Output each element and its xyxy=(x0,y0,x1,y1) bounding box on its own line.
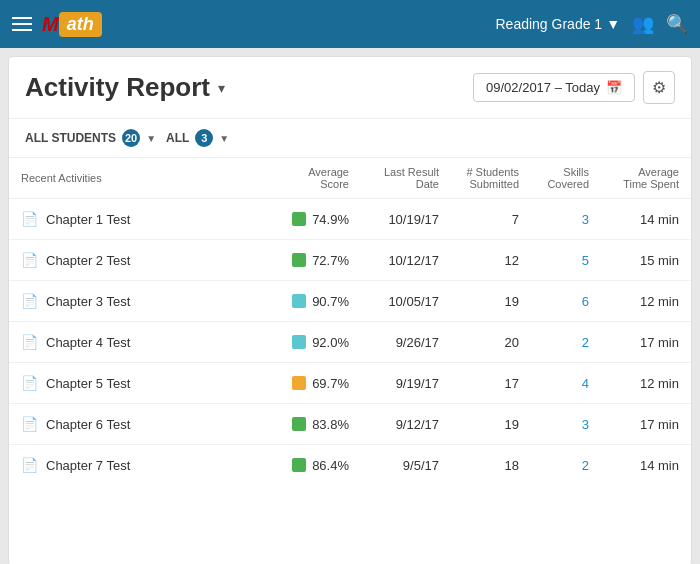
filter-bar: ALL STUDENTS 20 ▼ ALL 3 ▼ xyxy=(9,119,691,158)
date-cell: 9/26/17 xyxy=(361,322,451,363)
score-bar xyxy=(292,294,306,308)
calendar-icon: 📅 xyxy=(606,80,622,95)
skills-cell: 3 xyxy=(531,404,601,445)
skills-cell: 4 xyxy=(531,363,601,404)
activity-name-cell: 📄Chapter 7 Test xyxy=(9,445,280,486)
activity-name-text: Chapter 2 Test xyxy=(46,253,130,268)
activity-name-text: Chapter 5 Test xyxy=(46,376,130,391)
score-value: 69.7% xyxy=(312,376,349,391)
score-bar xyxy=(292,212,306,226)
time-cell: 12 min xyxy=(601,363,691,404)
activity-name-cell: 📄Chapter 3 Test xyxy=(9,281,280,322)
all-filter-button[interactable]: ALL 3 ▼ xyxy=(166,129,229,147)
doc-icon: 📄 xyxy=(21,293,38,309)
date-range-text: 09/02/2017 – Today xyxy=(486,80,600,95)
table-row: 📄Chapter 7 Test86.4%9/5/1718214 min xyxy=(9,445,691,486)
score-value: 90.7% xyxy=(312,294,349,309)
skills-link[interactable]: 5 xyxy=(582,253,589,268)
score-cell: 92.0% xyxy=(280,322,361,363)
students-cell: 17 xyxy=(451,363,531,404)
activities-table: Recent Activities Average Score Last Res… xyxy=(9,158,691,485)
score-value: 83.8% xyxy=(312,417,349,432)
header-left: Math xyxy=(12,12,102,37)
score-value: 86.4% xyxy=(312,458,349,473)
time-cell: 17 min xyxy=(601,404,691,445)
skills-link[interactable]: 2 xyxy=(582,458,589,473)
score-bar xyxy=(292,417,306,431)
activity-name-cell: 📄Chapter 1 Test xyxy=(9,199,280,240)
col-header-time: Average Time Spent xyxy=(601,158,691,199)
header-right: Reading Grade 1 ▼ 👥 🔍 xyxy=(496,13,689,35)
doc-icon: 📄 xyxy=(21,211,38,227)
skills-link[interactable]: 6 xyxy=(582,294,589,309)
students-filter-label: ALL STUDENTS xyxy=(25,131,116,145)
activity-name-cell: 📄Chapter 2 Test xyxy=(9,240,280,281)
skills-cell: 3 xyxy=(531,199,601,240)
col-header-skills: Skills Covered xyxy=(531,158,601,199)
activities-table-container: Recent Activities Average Score Last Res… xyxy=(9,158,691,485)
title-dropdown-arrow[interactable]: ▾ xyxy=(218,80,225,96)
activity-name-cell: 📄Chapter 5 Test xyxy=(9,363,280,404)
logo: Math xyxy=(42,12,102,37)
skills-cell: 2 xyxy=(531,322,601,363)
students-count-badge: 20 xyxy=(122,129,140,147)
skills-cell: 2 xyxy=(531,445,601,486)
score-cell: 83.8% xyxy=(280,404,361,445)
activity-name-text: Chapter 3 Test xyxy=(46,294,130,309)
menu-button[interactable] xyxy=(12,17,32,31)
search-icon[interactable]: 🔍 xyxy=(666,13,688,35)
students-cell: 19 xyxy=(451,404,531,445)
all-filter-arrow: ▼ xyxy=(219,133,229,144)
students-cell: 18 xyxy=(451,445,531,486)
skills-link[interactable]: 3 xyxy=(582,212,589,227)
activity-name-cell: 📄Chapter 4 Test xyxy=(9,322,280,363)
settings-button[interactable]: ⚙ xyxy=(643,71,675,104)
score-value: 72.7% xyxy=(312,253,349,268)
people-icon[interactable]: 👥 xyxy=(632,13,654,35)
table-row: 📄Chapter 6 Test83.8%9/12/1719317 min xyxy=(9,404,691,445)
score-bar xyxy=(292,335,306,349)
skills-cell: 5 xyxy=(531,240,601,281)
table-row: 📄Chapter 5 Test69.7%9/19/1717412 min xyxy=(9,363,691,404)
all-filter-label: ALL xyxy=(166,131,189,145)
time-cell: 12 min xyxy=(601,281,691,322)
score-bar xyxy=(292,253,306,267)
col-header-last-date: Last Result Date xyxy=(361,158,451,199)
grade-dropdown-arrow: ▼ xyxy=(606,16,620,32)
date-cell: 10/19/17 xyxy=(361,199,451,240)
doc-icon: 📄 xyxy=(21,334,38,350)
students-cell: 20 xyxy=(451,322,531,363)
score-cell: 74.9% xyxy=(280,199,361,240)
score-cell: 86.4% xyxy=(280,445,361,486)
date-cell: 10/05/17 xyxy=(361,281,451,322)
settings-icon: ⚙ xyxy=(652,79,666,96)
score-cell: 72.7% xyxy=(280,240,361,281)
date-cell: 10/12/17 xyxy=(361,240,451,281)
col-header-students: # Students Submitted xyxy=(451,158,531,199)
doc-icon: 📄 xyxy=(21,252,38,268)
doc-icon: 📄 xyxy=(21,375,38,391)
activity-name-cell: 📄Chapter 6 Test xyxy=(9,404,280,445)
grade-selector[interactable]: Reading Grade 1 ▼ xyxy=(496,16,621,32)
activity-name-text: Chapter 4 Test xyxy=(46,335,130,350)
skills-link[interactable]: 4 xyxy=(582,376,589,391)
score-bar xyxy=(292,458,306,472)
table-row: 📄Chapter 2 Test72.7%10/12/1712515 min xyxy=(9,240,691,281)
date-range-button[interactable]: 09/02/2017 – Today 📅 xyxy=(473,73,635,102)
grade-label: Reading Grade 1 xyxy=(496,16,603,32)
skills-link[interactable]: 2 xyxy=(582,335,589,350)
students-cell: 19 xyxy=(451,281,531,322)
score-cell: 69.7% xyxy=(280,363,361,404)
score-value: 92.0% xyxy=(312,335,349,350)
all-count-badge: 3 xyxy=(195,129,213,147)
score-cell: 90.7% xyxy=(280,281,361,322)
skills-link[interactable]: 3 xyxy=(582,417,589,432)
doc-icon: 📄 xyxy=(21,457,38,473)
title-left: Activity Report ▾ xyxy=(25,72,225,103)
students-filter-button[interactable]: ALL STUDENTS 20 ▼ xyxy=(25,129,156,147)
activity-name-text: Chapter 7 Test xyxy=(46,458,130,473)
skills-cell: 6 xyxy=(531,281,601,322)
table-header-row: Recent Activities Average Score Last Res… xyxy=(9,158,691,199)
table-row: 📄Chapter 4 Test92.0%9/26/1720217 min xyxy=(9,322,691,363)
page-title: Activity Report xyxy=(25,72,210,103)
